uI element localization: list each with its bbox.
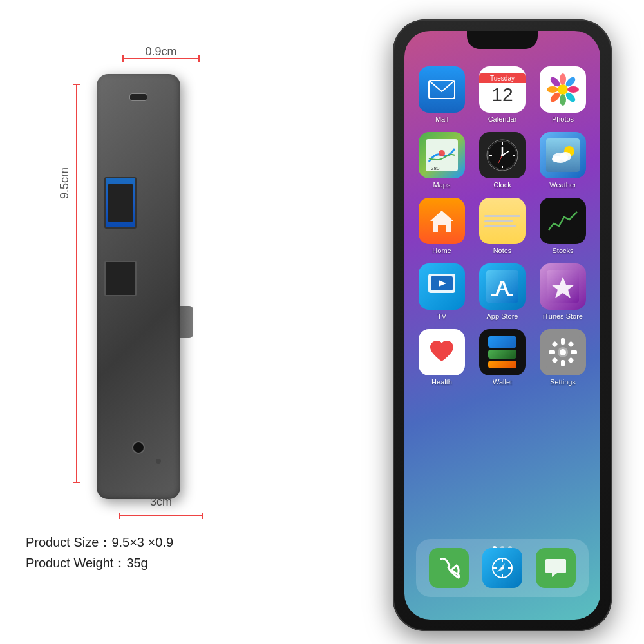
svg-text:280: 280 [431,166,440,171]
appstore-label: App Store [487,312,518,320]
phone-body: Mail Tuesday 12 Calendar [393,19,612,631]
svg-point-1 [558,84,568,95]
photos-label: Photos [552,115,574,123]
app-calendar[interactable]: Tuesday 12 Calendar [477,66,528,123]
size-spec: Product Size：9.5×3 ×0.9 [26,532,173,553]
svg-rect-43 [561,338,565,345]
stocks-icon [540,198,586,244]
svg-point-42 [560,349,566,355]
app-stocks[interactable]: Stocks [537,198,589,254]
tv-icon [419,263,465,310]
weight-spec: Product Weight：35g [26,553,173,573]
product-section: 0.9cm 9.5cm 3cm Product Size：9.5×3 ×0.9 … [19,39,341,586]
home-icon [419,198,465,244]
app-tv[interactable]: TV [416,263,468,320]
clock-label: Clock [493,181,511,189]
weather-icon [540,132,586,178]
svg-marker-57 [497,563,505,572]
app-mail[interactable]: Mail [416,66,468,123]
product-specs: Product Size：9.5×3 ×0.9 Product Weight：3… [26,532,173,573]
dock-messages[interactable] [536,548,576,588]
app-grid: Mail Tuesday 12 Calendar [411,66,594,386]
size-value: 9.5×3 ×0.9 [111,535,173,549]
wallet-label: Wallet [493,378,512,386]
app-health[interactable]: Health [416,329,468,386]
usbc-port [129,93,147,101]
app-wallet[interactable]: Wallet [477,329,528,386]
mail-icon [419,66,465,113]
appstore-icon: A [479,263,526,310]
notes-icon [479,198,526,244]
hub-device [97,74,180,499]
dimension-width-label: 0.9cm [122,45,200,59]
size-label: Product Size： [26,535,111,549]
phone-screen: Mail Tuesday 12 Calendar [404,31,600,620]
dock-safari[interactable] [482,548,522,588]
app-weather[interactable]: Weather [537,132,589,189]
svg-point-11 [439,150,445,156]
calendar-icon: Tuesday 12 [479,66,526,113]
dimension-width-line [122,58,200,59]
mail-label: Mail [435,115,448,123]
sd-card-slot [104,261,137,296]
app-notes[interactable]: Notes [477,198,528,254]
dimension-depth-line [119,515,203,516]
app-itunes[interactable]: iTunes Store [537,263,589,320]
svg-point-26 [560,152,571,161]
maps-icon: 280 [419,132,465,178]
phone-notch [467,31,538,49]
settings-label: Settings [550,378,576,386]
svg-point-5 [567,86,579,93]
clock-icon [479,132,526,178]
app-maps[interactable]: 280 Maps [416,132,468,189]
home-label: Home [432,247,451,254]
led-indicator [156,459,161,464]
itunes-label: iTunes Store [543,312,583,320]
app-home[interactable]: Home [416,198,468,254]
photos-icon [540,66,586,113]
app-photos[interactable]: Photos [537,66,589,123]
weight-label: Product Weight： [26,556,126,570]
dimension-height-line [76,84,77,483]
stocks-label: Stocks [552,247,573,254]
weather-label: Weather [549,181,576,189]
health-icon [419,329,465,375]
dock-phone[interactable] [429,548,469,588]
calendar-label: Calendar [488,115,517,123]
health-label: Health [431,378,452,386]
svg-point-4 [547,86,558,93]
svg-point-22 [501,154,504,156]
svg-point-3 [560,94,566,106]
audio-jack [132,441,145,454]
svg-rect-46 [571,350,577,354]
svg-rect-44 [561,360,565,366]
itunes-icon [540,263,586,310]
svg-marker-28 [430,211,453,232]
settings-icon [540,329,586,375]
svg-point-27 [552,156,561,162]
notes-label: Notes [493,247,512,254]
app-appstore[interactable]: A App Store [477,263,528,320]
side-connector [180,306,193,338]
weight-value: 35g [126,556,147,570]
usba-port [104,177,137,229]
tv-label: TV [437,312,446,320]
app-clock[interactable]: Clock [477,132,528,189]
maps-label: Maps [433,181,451,189]
wallet-icon [479,329,526,375]
app-settings[interactable]: Settings [537,329,589,386]
usba-port-inner [108,184,133,222]
svg-rect-45 [549,350,555,354]
dimension-height-label: 9.5cm [58,167,71,199]
phone-section: Mail Tuesday 12 Calendar [374,13,644,638]
svg-point-2 [560,73,566,85]
phone-dock [416,539,589,597]
